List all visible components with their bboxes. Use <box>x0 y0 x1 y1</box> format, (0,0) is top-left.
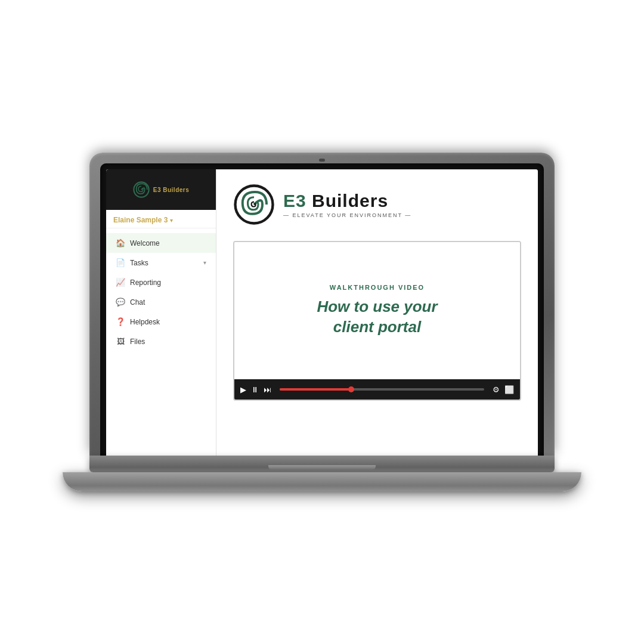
sidebar-logo-text: E3 Builders <box>153 187 190 193</box>
video-player: WALKTHROUGH VIDEO How to use your client… <box>233 241 521 401</box>
sidebar: E3 Builders Elaine Sample 3 ▾ 🏠 Welcome <box>106 169 216 456</box>
pause-button[interactable]: ⏸ <box>251 385 259 394</box>
tasks-icon: 📄 <box>116 258 125 267</box>
brand-name: E3 Builders <box>283 191 411 211</box>
user-chevron-icon: ▾ <box>170 217 173 224</box>
laptop-mockup: E3 Builders Elaine Sample 3 ▾ 🏠 Welcome <box>89 153 555 491</box>
laptop-lid: E3 Builders Elaine Sample 3 ▾ 🏠 Welcome <box>89 153 555 456</box>
brand-name-e3: E3 <box>283 191 306 210</box>
video-controls-bar: ▶ ⏸ ⏭ ⚙ ⬜ <box>234 379 520 400</box>
video-title: How to use your client portal <box>317 297 437 338</box>
screen: E3 Builders Elaine Sample 3 ▾ 🏠 Welcome <box>106 169 538 456</box>
sidebar-item-welcome-label: Welcome <box>130 239 206 247</box>
sidebar-item-reporting[interactable]: 📈 Reporting <box>106 273 216 292</box>
video-progress-fill <box>280 388 351 391</box>
video-progress-thumb <box>348 386 354 392</box>
logo-spiral-small-icon <box>133 181 150 198</box>
sidebar-item-files-label: Files <box>130 338 206 346</box>
video-content-area: WALKTHROUGH VIDEO How to use your client… <box>234 242 520 379</box>
chat-icon: 💬 <box>116 298 125 306</box>
sidebar-item-tasks[interactable]: 📄 Tasks ▾ <box>106 253 216 273</box>
brand-header: E3 Builders — Elevate Your Environment — <box>233 184 521 225</box>
tasks-chevron-icon: ▾ <box>203 259 206 266</box>
brand-tagline: — Elevate Your Environment — <box>283 212 411 218</box>
sidebar-item-helpdesk-label: Helpdesk <box>130 318 206 326</box>
sidebar-item-reporting-label: Reporting <box>130 278 206 287</box>
video-label: WALKTHROUGH VIDEO <box>330 284 425 291</box>
sidebar-logo-area: E3 Builders <box>106 169 216 210</box>
sidebar-user-section[interactable]: Elaine Sample 3 ▾ <box>106 210 216 228</box>
play-button[interactable]: ▶ <box>240 385 246 394</box>
brand-logo-large-icon <box>233 184 275 225</box>
sidebar-item-welcome[interactable]: 🏠 Welcome <box>106 233 216 253</box>
sidebar-item-chat-label: Chat <box>130 298 206 306</box>
sidebar-item-tasks-label: Tasks <box>130 259 199 267</box>
sidebar-item-helpdesk[interactable]: ❓ Helpdesk <box>106 312 216 332</box>
scene: E3 Builders Elaine Sample 3 ▾ 🏠 Welcome <box>0 0 644 644</box>
brand-name-builders: Builders <box>312 191 388 210</box>
video-title-line1: How to use your <box>317 298 437 315</box>
laptop-bottom <box>63 472 581 491</box>
main-content: E3 Builders — Elevate Your Environment —… <box>216 169 538 456</box>
video-progress-track[interactable] <box>280 388 484 391</box>
screen-bezel: E3 Builders Elaine Sample 3 ▾ 🏠 Welcome <box>100 163 544 456</box>
sidebar-item-chat[interactable]: 💬 Chat <box>106 292 216 312</box>
sidebar-nav: 🏠 Welcome 📄 Tasks ▾ 📈 Reporting <box>106 228 216 456</box>
laptop-base <box>89 456 555 472</box>
skip-button[interactable]: ⏭ <box>264 385 271 394</box>
files-icon: 🖼 <box>116 337 125 346</box>
fullscreen-button[interactable]: ⬜ <box>504 385 514 394</box>
reporting-icon: 📈 <box>116 278 125 287</box>
user-name: Elaine Sample 3 <box>113 216 168 224</box>
sidebar-item-files[interactable]: 🖼 Files <box>106 332 216 351</box>
video-title-line2: client portal <box>333 318 421 336</box>
welcome-icon: 🏠 <box>116 239 125 247</box>
helpdesk-icon: ❓ <box>116 317 125 326</box>
settings-button[interactable]: ⚙ <box>493 385 500 394</box>
